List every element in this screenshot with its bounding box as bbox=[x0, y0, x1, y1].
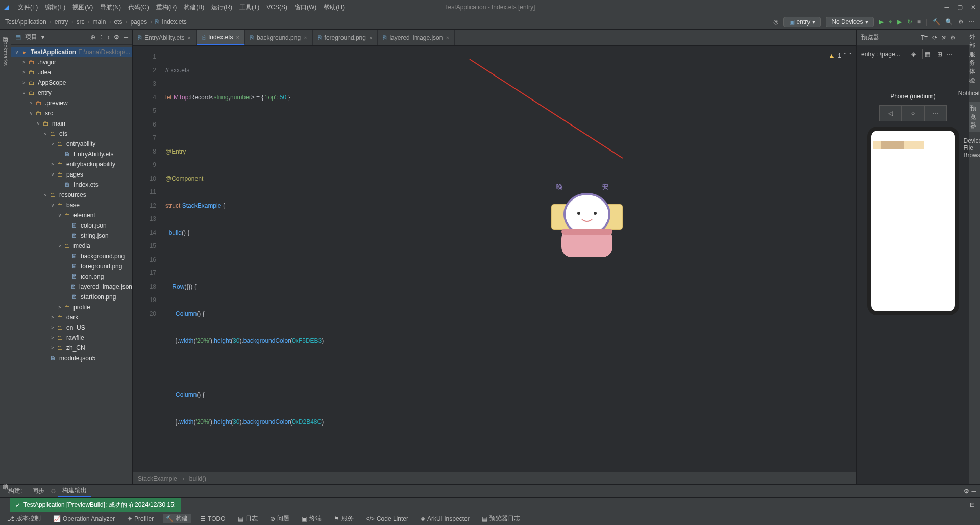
hammer-icon[interactable]: 🔨 bbox=[933, 18, 940, 26]
tree-row[interactable]: >🗀AppScope bbox=[11, 78, 132, 88]
tree-row[interactable]: >🗀en_US bbox=[11, 322, 132, 333]
btab-build[interactable]: 🔨构建 bbox=[163, 514, 191, 523]
tree-row[interactable]: v🗀media bbox=[11, 241, 132, 251]
coverage-icon[interactable]: ▶ bbox=[897, 18, 902, 26]
stack-icon[interactable]: ◈ bbox=[909, 49, 918, 59]
back-button[interactable]: ◁ bbox=[879, 105, 902, 121]
editor-tab[interactable]: ⎘background.png× bbox=[245, 30, 313, 45]
editor-tab[interactable]: ⎘EntryAbility.ets× bbox=[133, 30, 197, 45]
tree-row[interactable]: 🗎EntryAbility.ets bbox=[11, 149, 132, 159]
phone-preview[interactable] bbox=[867, 127, 959, 315]
close-tab-icon[interactable]: × bbox=[446, 35, 449, 41]
crumb[interactable]: TestApplication bbox=[5, 18, 46, 26]
hide-icon[interactable]: ─ bbox=[124, 34, 128, 41]
menu-vcs[interactable]: VCS(S) bbox=[266, 4, 287, 11]
tree-row[interactable]: >🗀.hvigor bbox=[11, 57, 132, 67]
inspection-widgets[interactable]: ▲ 1 ˆ ˇ bbox=[828, 49, 851, 63]
more-icon[interactable]: ⋯ bbox=[969, 18, 975, 26]
grid-icon[interactable]: ⊞ bbox=[937, 51, 942, 58]
tree-row[interactable]: v🗀main bbox=[11, 118, 132, 129]
menu-help[interactable]: 帮助(H) bbox=[324, 3, 345, 12]
build-status[interactable]: ✓TestApplication [PreviewBuild]: 成功的 在20… bbox=[10, 498, 181, 512]
gear-icon[interactable]: ⚙ bbox=[114, 34, 119, 41]
btab-problems[interactable]: ⊘问题 bbox=[267, 514, 292, 523]
build-tab-build[interactable]: 构建: bbox=[4, 485, 26, 497]
gear-icon[interactable]: ⚙ bbox=[958, 18, 964, 26]
build-tab-sync[interactable]: 同步 bbox=[28, 485, 48, 497]
crumb[interactable]: ets bbox=[114, 18, 122, 26]
chevron-down-icon[interactable]: ˇ bbox=[849, 49, 851, 63]
crumb[interactable]: pages bbox=[130, 18, 147, 26]
hide-icon[interactable]: ─ bbox=[971, 488, 976, 495]
editor-tab[interactable]: ⎘layered_image.json× bbox=[378, 30, 455, 45]
menu-tools[interactable]: 工具(T) bbox=[239, 3, 259, 12]
refresh-icon[interactable]: ⟳ bbox=[932, 34, 937, 41]
tree-row[interactable]: 🗎layered_image.json bbox=[11, 282, 132, 292]
build-tab-output[interactable]: 构建输出 bbox=[58, 485, 91, 497]
list-icon[interactable]: ▦ bbox=[922, 49, 933, 59]
module-selector[interactable]: ▣entry▾ bbox=[783, 17, 821, 27]
breadcrumb-item[interactable]: StackExample bbox=[138, 475, 177, 482]
close-tab-icon[interactable]: × bbox=[236, 34, 239, 40]
btab-vcs[interactable]: ⎇版本控制 bbox=[4, 514, 44, 523]
code-editor[interactable]: // xxx.ets let MTop:Record<string,number… bbox=[160, 46, 856, 472]
btab-previewlog[interactable]: ▤预览器日志 bbox=[479, 514, 523, 523]
editor-body[interactable]: 1234567891011121314151617181920 // xxx.e… bbox=[133, 46, 856, 472]
crumb-file[interactable]: Index.ets bbox=[162, 18, 187, 26]
menu-refactor[interactable]: 重构(R) bbox=[156, 3, 177, 12]
right-tab-ext[interactable]: 外部服务体验 bbox=[969, 33, 980, 85]
btab-op[interactable]: 📈Operation Analyzer bbox=[50, 515, 118, 522]
gear-icon[interactable]: ⚙ bbox=[950, 34, 956, 41]
minimize-icon[interactable]: ─ bbox=[944, 4, 949, 11]
menu-edit[interactable]: 编辑(E) bbox=[45, 3, 65, 12]
tree-row[interactable]: 🗎string.json bbox=[11, 231, 132, 241]
crumb[interactable]: src bbox=[76, 18, 84, 26]
crosshair-icon[interactable]: ⊕ bbox=[90, 34, 95, 41]
tree-row[interactable]: >🗀profile bbox=[11, 302, 132, 312]
btab-codelinter[interactable]: </>Code Linter bbox=[363, 515, 411, 522]
text-tt-icon[interactable]: Tᴛ bbox=[921, 34, 928, 41]
warning-icon[interactable]: ▲ bbox=[828, 49, 835, 63]
tree-row[interactable]: v🗀ets bbox=[11, 129, 132, 139]
tree-row[interactable]: v🗀entry bbox=[11, 88, 132, 98]
collapse-icon[interactable]: ↕ bbox=[107, 34, 110, 41]
btab-arkui[interactable]: ◈ArkUI Inspector bbox=[418, 515, 473, 522]
gear-icon[interactable]: ⚙ bbox=[964, 488, 969, 495]
attach-debugger-icon[interactable]: ↻ bbox=[907, 18, 912, 26]
tree-row[interactable]: >🗀.preview bbox=[11, 98, 132, 108]
crumb[interactable]: entry bbox=[55, 18, 68, 26]
close-tab-icon[interactable]: × bbox=[304, 35, 307, 41]
tree-row[interactable]: 🗎module.json5 bbox=[11, 353, 132, 363]
btab-profiler[interactable]: ✈Profiler bbox=[124, 515, 157, 522]
tree-row[interactable]: v🗀resources bbox=[11, 190, 132, 200]
layout-icon[interactable]: ⊟ bbox=[965, 498, 980, 512]
editor-tab[interactable]: ⎘foreground.png× bbox=[313, 30, 378, 45]
tree-row[interactable]: 🗎background.png bbox=[11, 251, 132, 261]
divide-icon[interactable]: ÷ bbox=[100, 34, 103, 41]
tree-row[interactable]: >🗀zh_CN bbox=[11, 343, 132, 353]
right-tab-preview[interactable]: 预览器 bbox=[969, 102, 980, 132]
menu-view[interactable]: 视图(V) bbox=[72, 3, 93, 12]
tree-row[interactable]: 🗎startIcon.png bbox=[11, 292, 132, 302]
hide-icon[interactable]: ─ bbox=[960, 34, 965, 41]
run-icon[interactable]: ▶ bbox=[879, 18, 884, 26]
tree-row[interactable]: >🗀entrybackupability bbox=[11, 159, 132, 169]
crumb[interactable]: main bbox=[92, 18, 106, 26]
menu-build[interactable]: 构建(B) bbox=[184, 3, 204, 12]
tree-row[interactable]: v🗀element bbox=[11, 210, 132, 220]
tree-row[interactable]: >🗀rawfile bbox=[11, 333, 132, 343]
tree-row[interactable]: v🗀entryability bbox=[11, 139, 132, 149]
right-tab-notif[interactable]: Notifications bbox=[958, 90, 980, 97]
btab-terminal[interactable]: ▣终端 bbox=[299, 514, 325, 523]
menu-run[interactable]: 运行(R) bbox=[211, 3, 232, 12]
close-tab-icon[interactable]: × bbox=[369, 35, 372, 41]
tree-row[interactable]: v🗀base bbox=[11, 200, 132, 210]
more-button[interactable]: ⋯ bbox=[924, 105, 947, 121]
more-icon[interactable]: ⋯ bbox=[946, 51, 952, 58]
debug-icon[interactable]: ⌖ bbox=[889, 18, 892, 26]
menu-window[interactable]: 窗口(W) bbox=[295, 3, 316, 12]
breadcrumb-item[interactable]: build() bbox=[189, 475, 206, 482]
tree-row[interactable]: 🗎color.json bbox=[11, 220, 132, 231]
target-icon[interactable]: ◎ bbox=[773, 18, 778, 26]
chevron-down-icon[interactable]: ▾ bbox=[41, 34, 44, 41]
